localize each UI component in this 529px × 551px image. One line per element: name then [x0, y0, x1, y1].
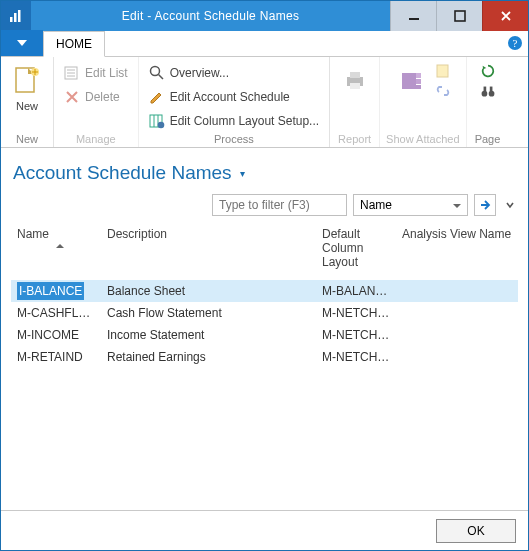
filter-input[interactable]	[212, 194, 347, 216]
cell-description: Retained Earnings	[101, 346, 316, 368]
help-icon[interactable]: ?	[502, 30, 528, 56]
file-tab[interactable]	[1, 30, 43, 56]
filter-go-button[interactable]	[474, 194, 496, 216]
cell-layout: M-NETCHA...	[316, 302, 396, 324]
group-label-report: Report	[338, 133, 371, 145]
edit-list-button[interactable]: Edit List	[60, 63, 132, 83]
edit-schedule-button[interactable]: Edit Account Schedule	[145, 87, 323, 107]
cell-description: Income Statement	[101, 324, 316, 346]
onenote-button[interactable]	[395, 61, 429, 101]
print-button[interactable]	[338, 61, 372, 101]
maximize-button[interactable]	[436, 1, 482, 31]
refresh-button[interactable]	[480, 63, 496, 79]
col-header-name[interactable]: Name	[11, 224, 101, 246]
new-icon	[11, 65, 43, 97]
svg-rect-0	[10, 17, 13, 22]
filter-row: Name	[11, 194, 518, 216]
col-header-layout[interactable]: Default Column Layout	[316, 224, 396, 273]
cell-analysis	[396, 331, 518, 339]
printer-icon	[339, 65, 371, 97]
notes-button[interactable]	[435, 63, 451, 79]
heading-dropdown-icon: ▾	[240, 168, 245, 179]
group-page: Page	[467, 57, 509, 147]
filter-field-value: Name	[360, 198, 392, 212]
svg-rect-22	[402, 73, 416, 89]
group-label-new: New	[16, 133, 38, 145]
svg-rect-20	[350, 72, 360, 78]
cell-name: M-CASHFLO...	[11, 302, 101, 324]
col-header-analysis[interactable]: Analysis View Name	[396, 224, 518, 246]
app-window: Edit - Account Schedule Names HOME ?	[0, 0, 529, 551]
group-label-attached: Show Attached	[386, 133, 459, 145]
cell-description: Balance Sheet	[101, 280, 316, 302]
svg-rect-2	[18, 10, 21, 22]
data-grid: Name Description Default Column Layout A…	[11, 224, 518, 510]
filter-expand-icon[interactable]	[502, 194, 518, 216]
edit-list-label: Edit List	[85, 66, 128, 80]
svg-rect-29	[483, 87, 486, 92]
svg-line-14	[158, 75, 163, 80]
cell-layout: M-BALANCE	[316, 280, 396, 302]
new-button[interactable]: New	[7, 61, 47, 116]
close-button[interactable]	[482, 1, 528, 31]
edit-column-button[interactable]: Edit Column Layout Setup...	[145, 111, 323, 131]
edit-list-icon	[64, 65, 80, 81]
title-bar: Edit - Account Schedule Names	[1, 1, 528, 31]
svg-rect-24	[416, 79, 421, 84]
group-report: Report	[330, 57, 380, 147]
svg-point-13	[150, 67, 159, 76]
group-label-page: Page	[475, 133, 501, 145]
page-heading[interactable]: Account Schedule Names ▾	[13, 162, 518, 184]
table-row[interactable]: M-INCOMEIncome StatementM-NETCHA...	[11, 324, 518, 346]
links-button[interactable]	[435, 83, 451, 99]
cell-description: Cash Flow Statement	[101, 302, 316, 324]
edit-column-label: Edit Column Layout Setup...	[170, 114, 319, 128]
group-new: New New	[1, 57, 54, 147]
window-title: Edit - Account Schedule Names	[31, 9, 390, 23]
group-attached: Show Attached	[380, 57, 466, 147]
delete-button[interactable]: Delete	[60, 87, 132, 107]
new-label: New	[16, 100, 38, 112]
table-row[interactable]: M-RETAINDRetained EarningsM-NETCHA...	[11, 346, 518, 368]
svg-rect-23	[416, 73, 421, 78]
table-row[interactable]: M-CASHFLO...Cash Flow StatementM-NETCHA.…	[11, 302, 518, 324]
ribbon-tab-strip: HOME ?	[1, 31, 528, 57]
table-row[interactable]: I-BALANCEBalance SheetM-BALANCE	[11, 280, 518, 302]
notes-icon	[435, 63, 451, 79]
footer: OK	[1, 510, 528, 550]
ribbon: New New Edit List	[1, 57, 528, 148]
cell-layout: M-NETCHA...	[316, 324, 396, 346]
grid-header: Name Description Default Column Layout A…	[11, 224, 518, 274]
edit-schedule-icon	[149, 89, 165, 105]
filter-field-select[interactable]: Name	[353, 194, 468, 216]
app-icon	[1, 1, 31, 31]
overview-icon	[149, 65, 165, 81]
svg-rect-25	[416, 85, 421, 89]
col-header-description[interactable]: Description	[101, 224, 316, 246]
find-button[interactable]	[480, 83, 496, 99]
cell-analysis	[396, 287, 518, 295]
cell-name: M-RETAIND	[11, 346, 101, 368]
group-process: Overview... Edit Account Schedule Edit C…	[139, 57, 330, 147]
heading-text: Account Schedule Names	[13, 162, 232, 184]
group-label-manage: Manage	[76, 133, 116, 145]
edit-schedule-label: Edit Account Schedule	[170, 90, 290, 104]
svg-rect-3	[409, 18, 419, 20]
sort-indicator-icon	[56, 240, 64, 248]
minimize-button[interactable]	[390, 1, 436, 31]
svg-rect-21	[350, 83, 360, 89]
svg-rect-1	[14, 13, 17, 22]
links-icon	[435, 83, 451, 99]
group-label-process: Process	[214, 133, 254, 145]
cell-analysis	[396, 353, 518, 361]
delete-icon	[64, 89, 80, 105]
delete-label: Delete	[85, 90, 120, 104]
svg-text:?: ?	[513, 37, 518, 49]
svg-rect-26	[437, 65, 448, 77]
edit-column-icon	[149, 113, 165, 129]
ok-button[interactable]: OK	[436, 519, 516, 543]
onenote-icon	[396, 65, 428, 97]
svg-rect-30	[489, 87, 492, 92]
tab-home[interactable]: HOME	[43, 31, 105, 57]
overview-button[interactable]: Overview...	[145, 63, 323, 83]
